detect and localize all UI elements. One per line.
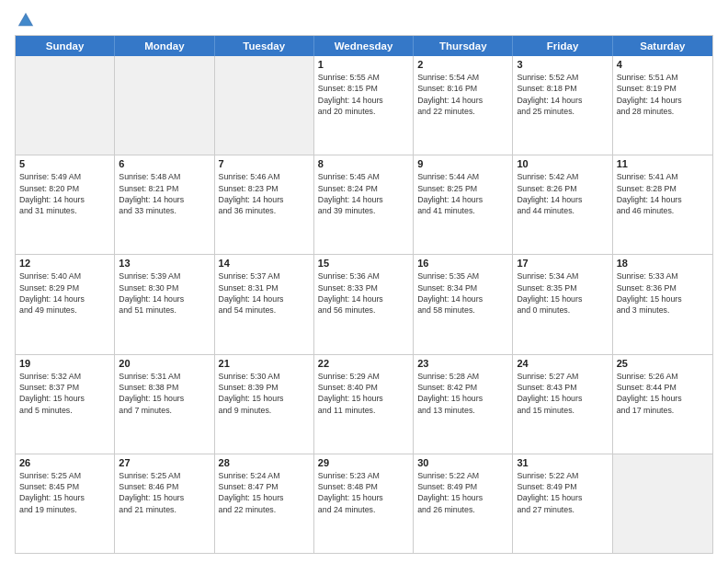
- header-day-friday: Friday: [513, 36, 612, 56]
- day-number: 23: [417, 358, 508, 369]
- day-info: Sunrise: 5:48 AM Sunset: 8:21 PM Dayligh…: [119, 171, 210, 216]
- calendar-cell: 15Sunrise: 5:36 AM Sunset: 8:33 PM Dayli…: [314, 255, 414, 353]
- day-info: Sunrise: 5:55 AM Sunset: 8:15 PM Dayligh…: [318, 72, 409, 117]
- day-info: Sunrise: 5:30 AM Sunset: 8:39 PM Dayligh…: [219, 371, 310, 416]
- calendar-cell: 10Sunrise: 5:42 AM Sunset: 8:26 PM Dayli…: [513, 155, 612, 254]
- day-number: 27: [119, 457, 210, 468]
- calendar-cell: 26Sunrise: 5:25 AM Sunset: 8:45 PM Dayli…: [16, 454, 115, 553]
- calendar-cell: 21Sunrise: 5:30 AM Sunset: 8:39 PM Dayli…: [215, 355, 314, 454]
- calendar-cell: 13Sunrise: 5:39 AM Sunset: 8:30 PM Dayli…: [115, 255, 214, 353]
- day-number: 28: [219, 457, 310, 468]
- day-info: Sunrise: 5:41 AM Sunset: 8:28 PM Dayligh…: [617, 171, 709, 216]
- calendar-cell: 20Sunrise: 5:31 AM Sunset: 8:38 PM Dayli…: [115, 355, 214, 454]
- calendar-cell: 24Sunrise: 5:27 AM Sunset: 8:43 PM Dayli…: [513, 355, 612, 454]
- calendar-cell: 31Sunrise: 5:22 AM Sunset: 8:49 PM Dayli…: [513, 454, 612, 553]
- calendar-cell: 27Sunrise: 5:25 AM Sunset: 8:46 PM Dayli…: [115, 454, 214, 553]
- day-info: Sunrise: 5:25 AM Sunset: 8:45 PM Dayligh…: [19, 470, 110, 515]
- day-info: Sunrise: 5:45 AM Sunset: 8:24 PM Dayligh…: [318, 171, 409, 216]
- day-number: 1: [318, 59, 409, 70]
- day-info: Sunrise: 5:49 AM Sunset: 8:20 PM Dayligh…: [19, 171, 110, 216]
- calendar-body: 1Sunrise: 5:55 AM Sunset: 8:15 PM Daylig…: [16, 56, 712, 553]
- calendar-cell: 18Sunrise: 5:33 AM Sunset: 8:36 PM Dayli…: [613, 255, 712, 353]
- day-info: Sunrise: 5:26 AM Sunset: 8:44 PM Dayligh…: [617, 371, 709, 416]
- day-number: 13: [119, 258, 210, 269]
- calendar-row: 26Sunrise: 5:25 AM Sunset: 8:45 PM Dayli…: [16, 454, 712, 553]
- day-info: Sunrise: 5:39 AM Sunset: 8:30 PM Dayligh…: [119, 270, 210, 316]
- header: [15, 11, 713, 29]
- day-number: 8: [318, 158, 409, 169]
- day-info: Sunrise: 5:36 AM Sunset: 8:33 PM Dayligh…: [318, 270, 409, 316]
- day-number: 25: [617, 358, 709, 369]
- day-number: 17: [517, 258, 608, 269]
- day-number: 9: [417, 158, 508, 169]
- calendar-cell: [16, 56, 115, 155]
- day-info: Sunrise: 5:52 AM Sunset: 8:18 PM Dayligh…: [517, 72, 608, 117]
- calendar-cell: 29Sunrise: 5:23 AM Sunset: 8:48 PM Dayli…: [314, 454, 414, 553]
- day-number: 5: [19, 158, 110, 169]
- day-number: 31: [517, 457, 608, 468]
- day-number: 19: [19, 358, 110, 369]
- day-number: 14: [219, 258, 310, 269]
- calendar-cell: 28Sunrise: 5:24 AM Sunset: 8:47 PM Dayli…: [215, 454, 314, 553]
- header-day-sunday: Sunday: [16, 36, 115, 56]
- page: SundayMondayTuesdayWednesdayThursdayFrid…: [0, 0, 728, 563]
- day-info: Sunrise: 5:35 AM Sunset: 8:34 PM Dayligh…: [417, 270, 508, 316]
- day-info: Sunrise: 5:27 AM Sunset: 8:43 PM Dayligh…: [517, 371, 608, 416]
- day-number: 22: [318, 358, 409, 369]
- day-info: Sunrise: 5:22 AM Sunset: 8:49 PM Dayligh…: [417, 470, 508, 515]
- day-info: Sunrise: 5:25 AM Sunset: 8:46 PM Dayligh…: [119, 470, 210, 515]
- day-number: 11: [617, 158, 709, 169]
- day-info: Sunrise: 5:51 AM Sunset: 8:19 PM Dayligh…: [617, 72, 709, 117]
- day-number: 21: [219, 358, 310, 369]
- day-info: Sunrise: 5:31 AM Sunset: 8:38 PM Dayligh…: [119, 371, 210, 416]
- header-day-monday: Monday: [115, 36, 214, 56]
- calendar-cell: 14Sunrise: 5:37 AM Sunset: 8:31 PM Dayli…: [215, 255, 314, 353]
- day-number: 3: [517, 59, 608, 70]
- logo-icon: [17, 11, 35, 29]
- calendar: SundayMondayTuesdayWednesdayThursdayFrid…: [15, 35, 713, 554]
- day-number: 20: [119, 358, 210, 369]
- day-info: Sunrise: 5:40 AM Sunset: 8:29 PM Dayligh…: [19, 270, 110, 316]
- day-number: 2: [417, 59, 508, 70]
- logo: [15, 11, 39, 29]
- day-info: Sunrise: 5:24 AM Sunset: 8:47 PM Dayligh…: [219, 470, 310, 515]
- day-info: Sunrise: 5:37 AM Sunset: 8:31 PM Dayligh…: [219, 270, 310, 316]
- calendar-row: 1Sunrise: 5:55 AM Sunset: 8:15 PM Daylig…: [16, 56, 712, 155]
- day-number: 24: [517, 358, 608, 369]
- header-day-wednesday: Wednesday: [314, 36, 414, 56]
- calendar-cell: 12Sunrise: 5:40 AM Sunset: 8:29 PM Dayli…: [16, 255, 115, 353]
- calendar-cell: [215, 56, 314, 155]
- calendar-cell: 4Sunrise: 5:51 AM Sunset: 8:19 PM Daylig…: [613, 56, 712, 155]
- calendar-cell: 19Sunrise: 5:32 AM Sunset: 8:37 PM Dayli…: [16, 355, 115, 454]
- header-day-saturday: Saturday: [613, 36, 712, 56]
- day-info: Sunrise: 5:28 AM Sunset: 8:42 PM Dayligh…: [417, 371, 508, 416]
- calendar-cell: 22Sunrise: 5:29 AM Sunset: 8:40 PM Dayli…: [314, 355, 414, 454]
- calendar-row: 19Sunrise: 5:32 AM Sunset: 8:37 PM Dayli…: [16, 355, 712, 454]
- day-info: Sunrise: 5:46 AM Sunset: 8:23 PM Dayligh…: [219, 171, 310, 216]
- day-info: Sunrise: 5:23 AM Sunset: 8:48 PM Dayligh…: [318, 470, 409, 515]
- day-number: 18: [617, 258, 709, 269]
- day-number: 29: [318, 457, 409, 468]
- calendar-cell: 16Sunrise: 5:35 AM Sunset: 8:34 PM Dayli…: [414, 255, 513, 353]
- day-info: Sunrise: 5:34 AM Sunset: 8:35 PM Dayligh…: [517, 270, 608, 316]
- calendar-row: 12Sunrise: 5:40 AM Sunset: 8:29 PM Dayli…: [16, 255, 712, 354]
- day-info: Sunrise: 5:29 AM Sunset: 8:40 PM Dayligh…: [318, 371, 409, 416]
- day-number: 15: [318, 258, 409, 269]
- calendar-cell: 7Sunrise: 5:46 AM Sunset: 8:23 PM Daylig…: [215, 155, 314, 254]
- calendar-cell: 6Sunrise: 5:48 AM Sunset: 8:21 PM Daylig…: [115, 155, 214, 254]
- calendar-cell: 8Sunrise: 5:45 AM Sunset: 8:24 PM Daylig…: [314, 155, 414, 254]
- day-number: 26: [19, 457, 110, 468]
- day-info: Sunrise: 5:22 AM Sunset: 8:49 PM Dayligh…: [517, 470, 608, 515]
- calendar-cell: 17Sunrise: 5:34 AM Sunset: 8:35 PM Dayli…: [513, 255, 612, 353]
- calendar-cell: 11Sunrise: 5:41 AM Sunset: 8:28 PM Dayli…: [613, 155, 712, 254]
- day-info: Sunrise: 5:42 AM Sunset: 8:26 PM Dayligh…: [517, 171, 608, 216]
- day-number: 4: [617, 59, 709, 70]
- header-day-thursday: Thursday: [414, 36, 513, 56]
- day-number: 30: [417, 457, 508, 468]
- calendar-cell: 3Sunrise: 5:52 AM Sunset: 8:18 PM Daylig…: [513, 56, 612, 155]
- calendar-header: SundayMondayTuesdayWednesdayThursdayFrid…: [16, 36, 712, 56]
- day-info: Sunrise: 5:44 AM Sunset: 8:25 PM Dayligh…: [417, 171, 508, 216]
- calendar-cell: 5Sunrise: 5:49 AM Sunset: 8:20 PM Daylig…: [16, 155, 115, 254]
- day-number: 12: [19, 258, 110, 269]
- calendar-cell: [613, 454, 712, 553]
